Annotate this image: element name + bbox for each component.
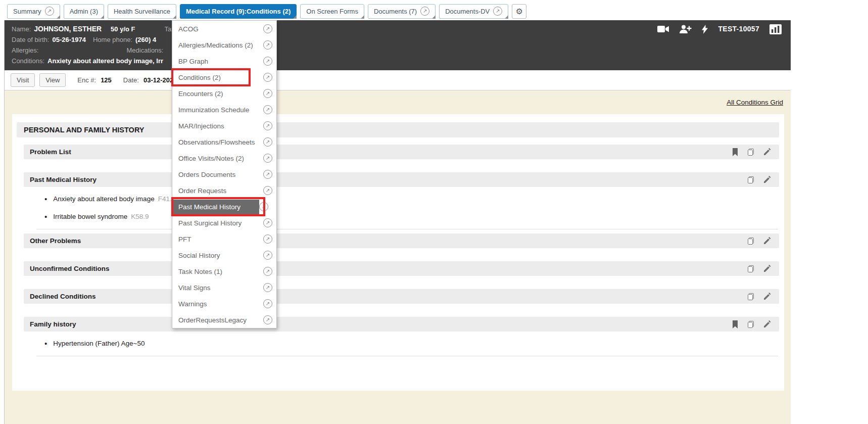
visit-button[interactable]: Visit: [11, 73, 35, 87]
section-actions: [747, 237, 773, 245]
open-in-new-icon[interactable]: ↗: [263, 186, 272, 195]
menu-item-pft[interactable]: PFT ↗: [172, 231, 276, 247]
menu-item-label: Task Notes (1): [178, 268, 263, 275]
open-in-new-icon[interactable]: ↗: [263, 89, 272, 98]
edit-icon[interactable]: [763, 320, 771, 328]
edit-icon[interactable]: [763, 293, 771, 301]
section-actions: [732, 148, 773, 156]
header-icon-group: TEST-10057: [657, 24, 784, 34]
menu-item-allergies-medications[interactable]: Allergies/Medications (2) ↗: [172, 37, 276, 53]
menu-item-label: ACOG: [178, 25, 263, 33]
open-in-new-icon[interactable]: ↗: [263, 234, 272, 244]
open-in-new-icon[interactable]: ↗: [263, 315, 272, 324]
menu-item-task-notes[interactable]: Task Notes (1) ↗: [172, 263, 276, 279]
tab-medical-record[interactable]: Medical Record (9):Conditions (2): [180, 4, 297, 19]
copy-icon[interactable]: [747, 148, 755, 156]
patient-dob-row: Date of birth: 05-26-1974 Home phone: (2…: [12, 34, 784, 45]
menu-item-social-history[interactable]: Social History ↗: [172, 247, 276, 263]
open-in-new-icon[interactable]: ↗: [45, 7, 54, 16]
open-in-new-icon[interactable]: ↗: [263, 170, 272, 179]
menu-item-orderrequestslegacy[interactable]: OrderRequestsLegacy ↗: [172, 312, 276, 328]
menu-item-mar-injections[interactable]: MAR/Injections ↗: [172, 118, 276, 134]
edit-icon[interactable]: [763, 265, 771, 273]
open-in-new-icon[interactable]: ↗: [263, 137, 272, 147]
section-title: Other Problems: [30, 237, 81, 245]
copy-icon[interactable]: [747, 320, 755, 328]
open-in-new-icon[interactable]: ↗: [263, 24, 272, 33]
menu-item-vital-signs[interactable]: Vital Signs ↗: [172, 279, 276, 296]
copy-icon[interactable]: [747, 176, 755, 184]
open-in-new-icon[interactable]: ↗: [420, 7, 429, 16]
open-in-new-icon[interactable]: ↗: [263, 218, 272, 227]
patient-header: Name: JOHNSON, ESTHER 50 y/o F Tasks TES…: [5, 20, 791, 70]
menu-item-encounters[interactable]: Encounters (2) ↗: [172, 85, 276, 102]
menu-item-warnings[interactable]: Warnings ↗: [172, 296, 276, 312]
open-in-new-icon[interactable]: ↗: [263, 267, 272, 276]
tab-label: On Screen Forms: [306, 8, 358, 15]
copy-icon[interactable]: [747, 237, 755, 245]
add-user-icon[interactable]: [680, 25, 692, 33]
menu-item-past-medical-history[interactable]: Past Medical History ↗: [172, 199, 276, 215]
menu-item-office-visits-notes[interactable]: Office Visits/Notes (2) ↗: [172, 150, 276, 166]
open-in-new-icon[interactable]: ↗: [263, 40, 272, 50]
edit-icon[interactable]: [763, 148, 771, 156]
divider: [36, 229, 778, 229]
tab-on-screen-forms[interactable]: On Screen Forms: [300, 4, 364, 19]
allergies-label: Allergies:: [12, 45, 38, 56]
main-area: All Conditions Grid PERSONAL AND FAMILY …: [5, 90, 791, 424]
open-in-new-icon[interactable]: ↗: [493, 7, 502, 16]
bookmark-icon[interactable]: [732, 148, 739, 156]
open-in-new-icon[interactable]: ↗: [259, 202, 268, 211]
menu-item-label: Past Surgical History: [178, 219, 263, 227]
menu-item-conditions[interactable]: Conditions (2) ↗: [172, 69, 276, 85]
menu-item-orders-documents[interactable]: Orders Documents ↗: [172, 166, 276, 182]
view-button[interactable]: View: [39, 73, 66, 87]
open-in-new-icon[interactable]: ↗: [263, 73, 272, 82]
menu-item-bp-graph[interactable]: BP Graph ↗: [172, 53, 276, 69]
open-in-new-icon[interactable]: ↗: [263, 57, 272, 66]
edit-icon[interactable]: [763, 176, 771, 184]
divider: [36, 356, 778, 356]
app-container: Name: JOHNSON, ESTHER 50 y/o F Tasks TES…: [4, 20, 791, 424]
enc-label: Enc #:: [77, 76, 96, 84]
edit-icon[interactable]: [763, 237, 771, 245]
open-in-new-icon[interactable]: ↗: [263, 121, 272, 130]
section-title: Past Medical History: [30, 176, 97, 183]
visit-bar: Visit View Enc #: 125 Date: 03-12-2025: [5, 70, 791, 90]
copy-icon[interactable]: [747, 293, 755, 301]
section-problem-list: Problem List: [24, 145, 779, 159]
menu-item-past-surgical-history[interactable]: Past Surgical History ↗: [172, 215, 276, 231]
patient-name: JOHNSON, ESTHER: [34, 24, 102, 34]
open-in-new-icon[interactable]: ↗: [263, 299, 272, 308]
tab-admin[interactable]: Admin (3): [64, 4, 104, 19]
personal-family-history-header: PERSONAL AND FAMILY HISTORY: [17, 122, 779, 137]
section-actions: [732, 320, 773, 328]
menu-item-label: Office Visits/Notes (2): [178, 155, 263, 162]
tab-documents-dv[interactable]: Documents-DV ↗: [439, 4, 508, 19]
tab-documents[interactable]: Documents (7) ↗: [368, 4, 436, 19]
open-in-new-icon[interactable]: ↗: [263, 283, 272, 292]
tab-summary[interactable]: Summary ↗: [7, 4, 60, 19]
open-in-new-icon[interactable]: ↗: [263, 154, 272, 163]
menu-item-order-requests[interactable]: Order Requests ↗: [172, 182, 276, 199]
all-conditions-grid-link[interactable]: All Conditions Grid: [727, 99, 783, 106]
open-in-new-icon[interactable]: ↗: [263, 105, 272, 114]
conditions-panel: PERSONAL AND FAMILY HISTORY Problem List…: [12, 114, 784, 391]
section-actions: [747, 176, 773, 184]
tab-label: Health Surveillance: [114, 8, 170, 15]
menu-item-label: MAR/Injections: [178, 122, 263, 130]
video-camera-icon[interactable]: [657, 25, 669, 33]
bar-chart-icon[interactable]: [769, 24, 782, 34]
tab-health-surveillance[interactable]: Health Surveillance: [108, 4, 176, 19]
menu-item-label: Social History: [178, 252, 263, 259]
menu-item-observations-flowsheets[interactable]: Observations/Flowsheets ↗: [172, 134, 276, 150]
settings-gear-button[interactable]: ⚙: [512, 4, 526, 19]
menu-item-acog[interactable]: ACOG ↗: [172, 21, 276, 37]
tab-bar: Summary ↗ Admin (3) Health Surveillance …: [0, 0, 868, 20]
menu-item-immunization-schedule[interactable]: Immunization Schedule ↗: [172, 102, 276, 118]
section-family-history: Family history: [24, 317, 779, 332]
copy-icon[interactable]: [747, 265, 755, 273]
open-in-new-icon[interactable]: ↗: [263, 251, 272, 260]
bookmark-icon[interactable]: [732, 320, 739, 328]
conditions-value: Anxiety about altered body image, Irr: [47, 56, 163, 66]
